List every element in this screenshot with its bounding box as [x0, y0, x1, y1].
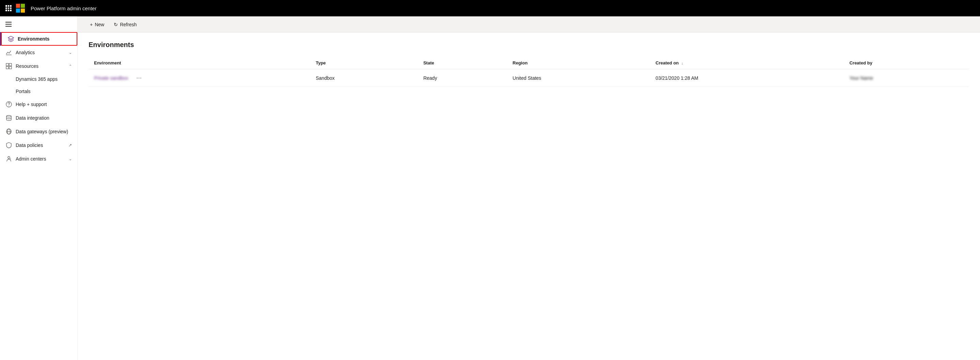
environments-table: Environment Type State Region Created on: [89, 57, 969, 87]
svg-rect-7: [6, 67, 8, 69]
cell-type: Sandbox: [310, 69, 418, 87]
svg-point-14: [8, 156, 10, 159]
svg-point-10: [8, 106, 9, 107]
shield-icon: [5, 142, 12, 149]
svg-rect-2: [16, 8, 20, 13]
hamburger-icon: [5, 22, 11, 27]
svg-rect-6: [9, 64, 11, 66]
svg-rect-0: [16, 4, 20, 8]
sidebar-item-admin-centers[interactable]: Admin centers ⌄: [0, 152, 77, 166]
more-options-button[interactable]: ⋯: [134, 73, 145, 83]
sidebar-item-data-policies[interactable]: Data policies ↗: [0, 139, 77, 152]
sidebar-item-dynamics365apps[interactable]: Dynamics 365 apps: [0, 73, 77, 85]
admin-icon: [5, 155, 12, 162]
external-link-icon: ↗: [68, 143, 72, 148]
page-title: Environments: [89, 41, 969, 49]
sidebar-item-label-data-gateways: Data gateways (preview): [16, 129, 72, 134]
svg-rect-1: [21, 4, 25, 8]
cell-created-by: Your Name: [844, 69, 969, 87]
help-icon: [5, 101, 12, 108]
sidebar-item-help-support[interactable]: Help + support: [0, 97, 77, 111]
sidebar-item-label-help-support: Help + support: [16, 102, 72, 107]
cell-state: Ready: [418, 69, 507, 87]
data-integration-icon: [5, 115, 12, 121]
sidebar-item-label-analytics: Analytics: [16, 50, 65, 55]
col-header-created-on[interactable]: Created on ↓: [650, 57, 844, 69]
data-gateways-icon: [5, 128, 12, 135]
col-header-type[interactable]: Type: [310, 57, 418, 69]
chevron-down-icon-admin: ⌄: [69, 157, 72, 161]
sidebar-item-analytics[interactable]: Analytics ⌄: [0, 46, 77, 59]
sidebar: Environments Analytics ⌄: [0, 16, 78, 360]
col-header-region[interactable]: Region: [507, 57, 650, 69]
sidebar-sub-item-label-dynamics365apps: Dynamics 365 apps: [16, 76, 57, 82]
col-header-state[interactable]: State: [418, 57, 507, 69]
sidebar-item-portals[interactable]: Portals: [0, 85, 77, 97]
sidebar-item-data-gateways[interactable]: Data gateways (preview): [0, 125, 77, 139]
new-button[interactable]: + New: [86, 20, 108, 29]
chevron-up-icon: ⌃: [69, 64, 72, 68]
refresh-icon: ↻: [114, 22, 118, 27]
svg-rect-3: [21, 8, 25, 13]
app-launcher-icon[interactable]: [5, 5, 11, 11]
cell-region: United States: [507, 69, 650, 87]
cell-created-on: 03/21/2020 1:28 AM: [650, 69, 844, 87]
toolbar: + New ↻ Refresh: [78, 16, 980, 33]
sidebar-item-data-integration[interactable]: Data integration: [0, 111, 77, 125]
refresh-button-label: Refresh: [120, 22, 137, 27]
layers-icon: [8, 35, 14, 42]
cell-environment-name[interactable]: Private sandbox ⋯: [89, 69, 310, 87]
svg-rect-5: [6, 64, 8, 66]
app-title: Power Platform admin center: [31, 5, 96, 11]
col-header-created-by[interactable]: Created by: [844, 57, 969, 69]
plus-icon: +: [90, 22, 93, 27]
sidebar-collapse-button[interactable]: [0, 19, 77, 32]
svg-rect-8: [9, 67, 11, 69]
main-content: + New ↻ Refresh Environments Environment: [78, 16, 980, 360]
sidebar-item-label-environments: Environments: [18, 36, 72, 41]
svg-point-11: [6, 116, 11, 117]
sidebar-item-label-resources: Resources: [16, 64, 65, 69]
top-navigation: Power Platform admin center: [0, 0, 980, 16]
sidebar-item-resources[interactable]: Resources ⌃: [0, 59, 77, 73]
sidebar-item-label-admin-centers: Admin centers: [16, 156, 65, 162]
table-row: Private sandbox ⋯ Sandbox Ready United S…: [89, 69, 969, 87]
sidebar-sub-item-label-portals: Portals: [16, 89, 31, 94]
refresh-button[interactable]: ↻ Refresh: [110, 20, 141, 29]
sidebar-item-label-data-integration: Data integration: [16, 115, 72, 121]
content-area: Environments Environment Type State: [78, 33, 980, 360]
col-header-environment[interactable]: Environment: [89, 57, 310, 69]
sort-desc-icon: ↓: [681, 61, 683, 65]
chevron-down-icon: ⌄: [69, 51, 72, 55]
new-button-label: New: [95, 22, 104, 27]
analytics-icon: [5, 49, 12, 56]
microsoft-logo: [16, 3, 25, 13]
sidebar-item-label-data-policies: Data policies: [16, 142, 65, 148]
sidebar-item-environments[interactable]: Environments: [0, 32, 77, 46]
resources-icon: [5, 63, 12, 70]
